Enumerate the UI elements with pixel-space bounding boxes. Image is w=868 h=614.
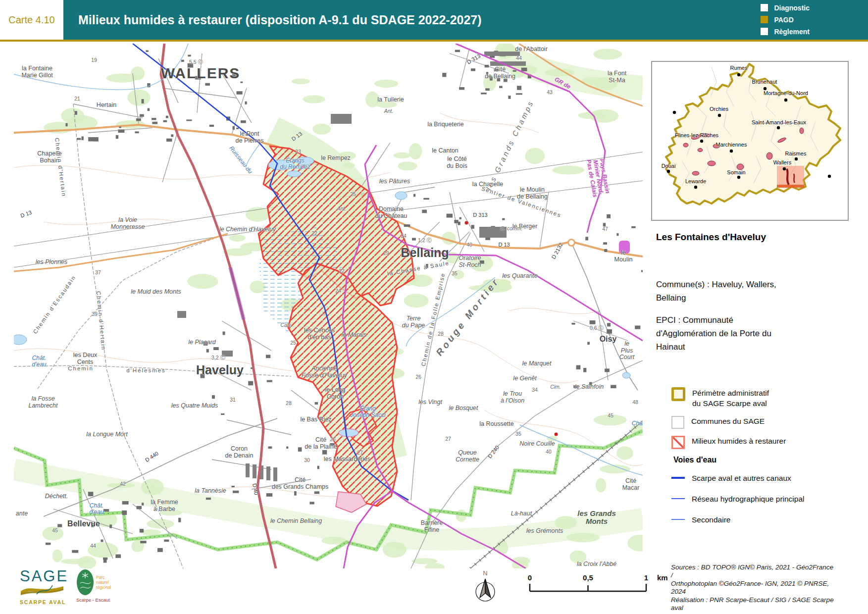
- header-badges: DiagnosticPAGDRèglement: [761, 3, 810, 36]
- pnr-logo-sub: Scarpe - Escaut: [76, 597, 110, 603]
- map-label: 35: [452, 271, 458, 276]
- header-badge-diagnostic: Diagnostic: [761, 3, 810, 12]
- map-label: C. comm.: [501, 226, 523, 231]
- epci-text: EPCI : Communauté d'Agglomération de la …: [656, 313, 771, 354]
- map-label: la Chasse à Saule: [387, 260, 450, 277]
- map-label: la Fontaine Marie Gillot: [21, 65, 52, 79]
- legend-label: Communes du SAGE: [691, 415, 765, 427]
- legend-swatch-communes-icon: [671, 416, 684, 429]
- map-label: la Font St-Ma: [608, 70, 626, 84]
- map-label: la Voie Monneresse: [111, 217, 145, 230]
- map-label: 31: [230, 397, 236, 403]
- map-label: 21: [74, 96, 80, 102]
- map-label: Ant.: [337, 206, 347, 211]
- map-label: la Femme à Barbe: [151, 499, 178, 512]
- map-label: Pays Bassin Minier Nord-Pas de Calais: [585, 154, 612, 201]
- map-label: Calv.: [280, 322, 292, 328]
- map-label: d'Hélesmes: [126, 367, 166, 373]
- map-label: Chemin de la Folle Emprise: [420, 272, 446, 367]
- inset-town-label: Marchiennes: [716, 142, 747, 148]
- map-label: D 440: [144, 451, 159, 463]
- waterway-line-icon: [671, 477, 685, 479]
- map-label: 44: [516, 55, 522, 61]
- sources-line: Sources : BD TOPO® IGN© Paris, 2021 - Gé…: [671, 563, 834, 580]
- inset-town-label: Mortagne-du-Nord: [764, 90, 808, 96]
- map-label: 0,6 Ⓒ: [590, 325, 604, 331]
- map-label: WALLERS: [161, 65, 241, 81]
- map-label: 42: [120, 481, 126, 487]
- map-label: 26: [330, 437, 336, 442]
- map-label: 29: [383, 251, 389, 256]
- map-label: le Marais: [342, 332, 367, 339]
- map-label: D 313: [473, 212, 487, 218]
- map-label: la Croix l'Abbé: [577, 561, 616, 568]
- map-label: 30: [304, 458, 310, 463]
- badge-label: Diagnostic: [774, 4, 810, 12]
- map-label: Chât.: [632, 420, 643, 427]
- svg-text:1: 1: [644, 573, 648, 582]
- map-label: Hertain: [97, 102, 116, 109]
- map-label: les Grands Champs: [485, 99, 535, 191]
- inset-town-label: Flines-lez-Râches: [675, 132, 718, 138]
- legend-item: Communes du SAGE: [671, 415, 850, 429]
- gold-divider: [0, 40, 868, 42]
- inset-town-label: Rumes: [730, 65, 748, 71]
- map-label: les Grémonts: [526, 528, 563, 535]
- scale-bar: 0 0,5 1 km: [522, 573, 676, 598]
- header: Carte 4.10 Milieux humides à restaurer (…: [0, 0, 868, 40]
- badge-square-icon: [761, 28, 768, 35]
- map-label: le Trou à l'Oison: [501, 391, 524, 404]
- map-label: les Quarante: [502, 273, 538, 280]
- map-label: D 2132: [551, 242, 564, 260]
- north-label: N: [469, 569, 501, 577]
- inset-town-label: Somain: [727, 169, 745, 175]
- sources-line: Orthophotoplan ©Géo2France- IGN, 2021 © …: [671, 580, 834, 596]
- map-label: Haveluy: [196, 363, 244, 377]
- map-label: Ancienne Fosse d'Haveluy: [302, 365, 347, 379]
- map-label: la Chapelle: [472, 181, 504, 188]
- header-badge-règlement: Règlement: [761, 27, 810, 36]
- sage-logo-word: SAGE: [20, 569, 74, 583]
- pnr-logo-text: Parc naturel régional: [96, 575, 111, 590]
- svg-text:km: km: [657, 573, 668, 582]
- map-label: 22: [339, 268, 345, 274]
- map-label: les Pâtures: [379, 178, 410, 185]
- map-label: Là-haut: [511, 511, 532, 517]
- map-label: 47: [602, 226, 608, 232]
- map-label: 23: [295, 149, 301, 154]
- map-label: 43: [547, 90, 553, 95]
- map-label: Noire Couille: [519, 441, 555, 448]
- map-label: le Placard: [188, 339, 216, 346]
- north-arrow-icon: [471, 577, 499, 605]
- map-label: 28: [438, 331, 444, 337]
- map-label: GR de: [553, 76, 571, 91]
- inset-town-labels: RumesBrunehautMortagne-du-NordOrchiesSai…: [652, 62, 848, 220]
- map-label: ante: [16, 511, 28, 517]
- waterway-line-icon: [671, 498, 685, 499]
- map-label: Chemin d'Hertain: [96, 291, 107, 351]
- legend: Périmètre administratif du SAGE Scarpe a…: [671, 387, 850, 535]
- pnr-logo-oval-icon: [75, 568, 96, 597]
- map-label: 3,2 Ⓒ: [211, 355, 225, 360]
- map-label: 1,2 Ⓒ: [418, 238, 432, 243]
- map-label: Bellaing: [401, 246, 449, 259]
- map-label: 45: [608, 413, 613, 418]
- map-label: D 13: [291, 131, 304, 142]
- map-label: Ant.: [384, 108, 394, 114]
- sage-logo-sub: SCARPE AVAL: [20, 599, 74, 605]
- map-label: Oisy: [600, 335, 617, 343]
- map-label: les Vingt: [418, 399, 442, 406]
- map-label: le Plus Court: [619, 341, 635, 361]
- map-label: 35: [515, 431, 521, 437]
- svg-text:0,5: 0,5: [583, 573, 593, 582]
- map-label: le Moulin de Bellaing: [517, 187, 548, 200]
- map-label: D 313: [466, 53, 481, 66]
- map-label: Chemin d'Escaudain: [32, 274, 77, 335]
- map-label: Terre du Pape: [402, 315, 425, 329]
- map-label: 39: [92, 311, 98, 317]
- carte-number: Carte 4.10: [0, 0, 63, 40]
- badge-label: PAGD: [774, 16, 793, 24]
- map-label: la Briqueterie: [427, 121, 464, 128]
- map-label: le Genêt: [513, 375, 536, 382]
- waterways-title: Voies d'eau: [673, 456, 850, 464]
